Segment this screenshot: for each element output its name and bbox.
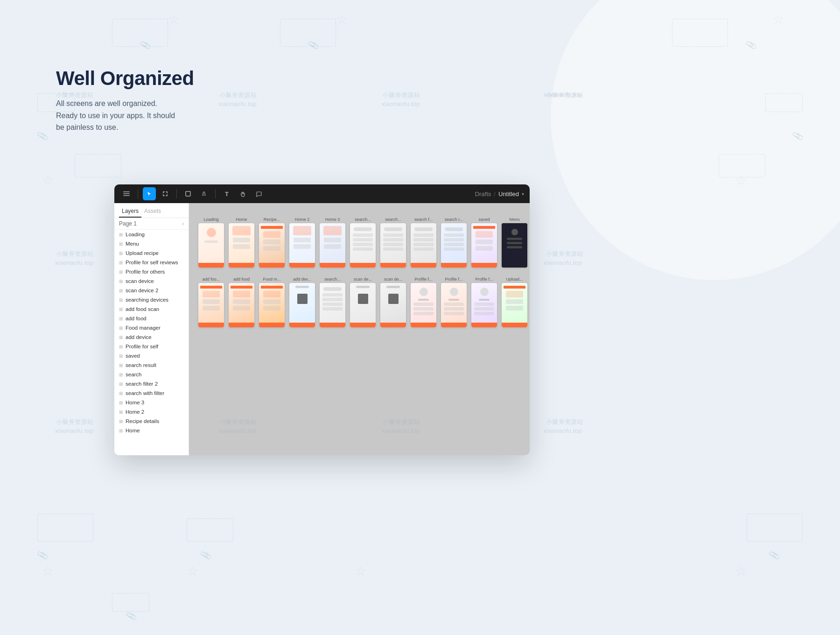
sidebar-item[interactable]: ⊞searching devices	[114, 295, 189, 304]
sidebar-item-label: search filter 2	[126, 381, 158, 387]
sidebar-item[interactable]: ⊞add food	[114, 314, 189, 323]
shape-tool-button[interactable]	[182, 187, 195, 200]
text-tool-button[interactable]: T	[220, 187, 233, 200]
screen-thumb	[229, 223, 254, 268]
sidebar-item[interactable]: ⊞search	[114, 370, 189, 379]
screen-card[interactable]: add food	[229, 277, 254, 327]
hand-tool-button[interactable]	[236, 187, 249, 200]
screen-thumb	[320, 223, 345, 268]
sidebar-item[interactable]: ⊞Home 2	[114, 407, 189, 416]
screen-label: scan de...	[384, 277, 402, 282]
select-tool-button[interactable]	[143, 187, 156, 200]
screen-thumb	[502, 283, 527, 327]
grid-icon: ⊞	[119, 428, 123, 433]
screen-card[interactable]: add foo...	[198, 277, 224, 327]
screen-label: add foo...	[203, 277, 220, 282]
screen-thumb	[259, 283, 285, 327]
grid-icon: ⊞	[119, 353, 123, 359]
sidebar-item-label: search	[126, 372, 142, 377]
breadcrumb-caret[interactable]: ▾	[522, 191, 524, 197]
screen-card[interactable]: Profile f...	[441, 277, 467, 327]
sidebar-item[interactable]: ⊞Home	[114, 426, 189, 435]
sidebar-item[interactable]: ⊞add device	[114, 332, 189, 342]
watermark: 小脑斧资源站	[56, 418, 93, 426]
svg-rect-0	[123, 191, 130, 192]
pen-tool-button[interactable]	[197, 187, 210, 200]
screen-thumb	[502, 223, 527, 268]
toolbar-sep-2	[176, 189, 177, 198]
screen-card[interactable]: Home 3	[320, 217, 345, 268]
screen-card[interactable]: search...	[380, 217, 406, 268]
sidebar-item-label: Loading	[126, 232, 145, 237]
screen-card[interactable]: Recipe...	[259, 217, 285, 268]
breadcrumb-sep: /	[494, 190, 496, 198]
figma-toolbar: T Drafts / Untitled ▾	[114, 184, 530, 203]
screen-card[interactable]: Food m...	[259, 277, 285, 327]
screen-card[interactable]: Home	[229, 217, 254, 268]
sidebar-item-label: Home 3	[126, 400, 144, 405]
screen-label: search...	[355, 217, 371, 222]
sidebar-item-label: scan device 2	[126, 288, 158, 293]
sidebar-item[interactable]: ⊞Loading	[114, 230, 189, 239]
sidebar-item[interactable]: ⊞search filter 2	[114, 379, 189, 388]
watermark: 小脑斧资源站	[546, 250, 583, 258]
sidebar-item[interactable]: ⊞saved	[114, 351, 189, 360]
screen-card[interactable]: Loading	[198, 217, 224, 268]
frame-tool-button[interactable]	[159, 187, 172, 200]
sidebar-item[interactable]: ⊞add food scan	[114, 304, 189, 314]
sidebar-item-label: Upload recipe	[126, 250, 159, 256]
screen-card[interactable]: Profile f...	[471, 277, 497, 327]
grid-icon: ⊞	[119, 288, 123, 293]
screen-card[interactable]: search f...	[411, 217, 436, 268]
screen-card[interactable]: Profile f...	[411, 277, 436, 327]
tab-assets[interactable]: Assets	[141, 205, 164, 218]
sidebar-item[interactable]: ⊞Profile for others	[114, 267, 189, 276]
sidebar-item[interactable]: ⊞Home 3	[114, 398, 189, 407]
screen-label: Profile f...	[475, 277, 493, 282]
screen-thumb	[259, 223, 285, 268]
sidebar-item[interactable]: ⊞Profile for self	[114, 342, 189, 351]
screen-thumb	[471, 283, 497, 327]
screen-card[interactable]: search r...	[441, 217, 467, 268]
watermark: xiaonaofu.top	[55, 427, 93, 434]
toolbar-sep-3	[215, 189, 216, 198]
watermark: xiaonaofu.top	[382, 100, 420, 107]
hero-blob	[551, 0, 840, 280]
sidebar-item-label: Menu	[126, 241, 139, 247]
comment-tool-button[interactable]	[252, 187, 265, 200]
screen-thumb	[350, 283, 376, 327]
screen-thumb	[289, 283, 315, 327]
sidebar-item[interactable]: ⊞Upload recipe	[114, 248, 189, 258]
menu-button[interactable]	[120, 187, 133, 200]
screen-card[interactable]: add dev...	[289, 277, 315, 327]
sidebar-tabs: Layers Assets	[114, 203, 189, 218]
sidebar-item[interactable]: ⊞Profile for self reviews	[114, 258, 189, 267]
sidebar-item[interactable]: ⊞Menu	[114, 239, 189, 248]
sidebar-item[interactable]: ⊞Food manager	[114, 323, 189, 332]
sidebar-item[interactable]: ⊞scan device 2	[114, 286, 189, 295]
screen-card[interactable]: Menu	[502, 217, 527, 268]
sidebar-item[interactable]: ⊞search with filter	[114, 388, 189, 398]
sidebar-item-label: Recipe details	[126, 418, 159, 424]
sidebar-items-container: ⊞Loading⊞Menu⊞Upload recipe⊞Profile for …	[114, 230, 189, 435]
screen-card[interactable]: scan de...	[380, 277, 406, 327]
sidebar-page-item[interactable]: Page 1 ›	[114, 218, 189, 230]
screen-card[interactable]: search...	[320, 277, 345, 327]
toolbar-breadcrumb: Drafts / Untitled ▾	[475, 190, 524, 198]
sidebar-item[interactable]: ⊞Recipe details	[114, 416, 189, 426]
sidebar-item[interactable]: ⊞scan device	[114, 276, 189, 286]
tab-layers[interactable]: Layers	[119, 205, 141, 218]
screen-card[interactable]: scan de...	[350, 277, 376, 327]
screen-label: add dev...	[293, 277, 311, 282]
sidebar-item[interactable]: ⊞search result	[114, 360, 189, 370]
screen-card[interactable]: saved	[471, 217, 497, 268]
toolbar-sep-1	[138, 189, 138, 198]
screen-row-2: add foo... add food Food m... add dev...	[198, 277, 527, 327]
figma-canvas[interactable]: Loading Home Recipe... Home 2	[189, 203, 530, 455]
screen-label: Home	[236, 217, 247, 222]
screen-grid: Loading Home Recipe... Home 2	[198, 217, 527, 327]
watermark: 小脑斧资源站	[56, 250, 93, 258]
screen-card[interactable]: Upload...	[502, 277, 527, 327]
screen-card[interactable]: Home 2	[289, 217, 315, 268]
screen-card[interactable]: search...	[350, 217, 376, 268]
